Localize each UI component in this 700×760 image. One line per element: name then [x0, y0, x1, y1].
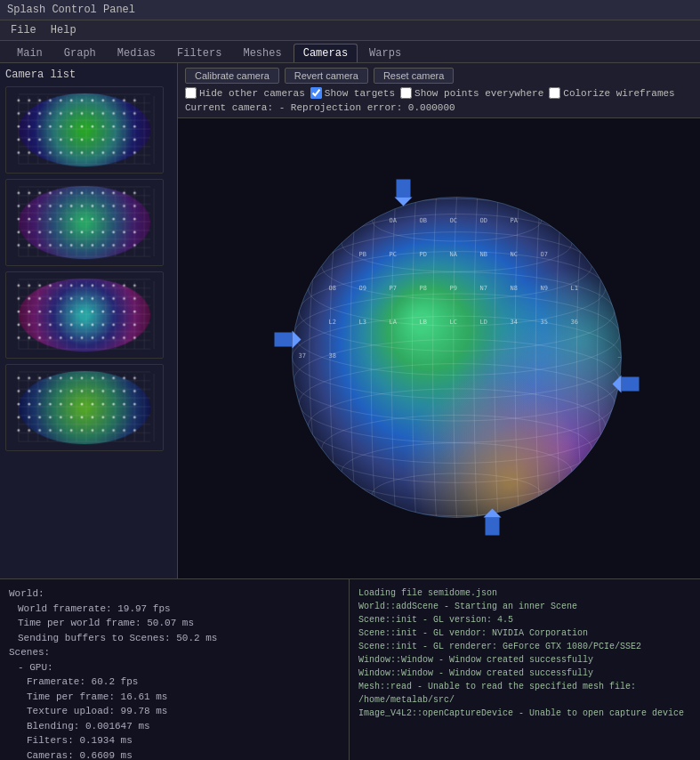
blending-stat: Blending: 0.001647 ms: [9, 719, 340, 734]
log-line-5: Window::Window - Window created successf…: [358, 653, 691, 667]
sending-buffers-stat: Sending buffers to Scenes: 50.2 ms: [9, 631, 340, 646]
colorize-wireframes-checkbox[interactable]: [549, 87, 560, 99]
gpu-label: - GPU:: [9, 660, 340, 675]
tab-filters[interactable]: Filters: [167, 44, 231, 62]
show-points-everywhere-text: Show points everywhere: [414, 88, 543, 99]
hide-other-cameras-text: Hide other cameras: [199, 88, 305, 99]
world-label: World:: [9, 586, 340, 602]
reset-camera-button[interactable]: Reset camera: [374, 68, 454, 84]
log-line-2: Scene::init - GL version: 4.5: [358, 613, 691, 627]
toolbar-row-3: Current camera: - Reprojection error: 0.…: [185, 102, 693, 113]
viewport-3d[interactable]: [178, 118, 700, 578]
calibrate-camera-button[interactable]: Calibrate camera: [185, 68, 279, 84]
log-line-0: Loading file semidome.json: [358, 586, 691, 600]
camera-preview-1: [6, 87, 163, 173]
app-title: Splash Control Panel: [7, 4, 135, 16]
gpu-framerate: Framerate: 60.2 fps: [9, 675, 340, 690]
camera-thumbnail-3[interactable]: [5, 271, 164, 359]
camera-preview-4: [6, 365, 163, 450]
current-camera-info: Current camera: - Reprojection error: 0.…: [185, 102, 455, 113]
log-line-1: World::addScene - Starting an inner Scen…: [358, 600, 691, 613]
log-line-8: Image_V4L2::openCaptureDevice - Unable t…: [358, 707, 691, 720]
toolbar: Calibrate camera Revert camera Reset cam…: [178, 63, 700, 118]
log-line-7: Mesh::read - Unable to read the specifie…: [358, 680, 691, 707]
show-targets-text: Show targets: [325, 88, 395, 99]
camera-thumbnail-4[interactable]: [5, 364, 164, 451]
time-per-frame-stat: Time per world frame: 50.07 ms: [9, 616, 340, 631]
title-bar: Splash Control Panel: [0, 0, 700, 20]
camera-list-title: Camera list: [5, 69, 172, 81]
tab-graph[interactable]: Graph: [54, 44, 106, 62]
show-targets-label[interactable]: Show targets: [310, 87, 395, 99]
log-line-6: Window::Window - Window created successf…: [358, 667, 691, 680]
camera-preview-2: [6, 180, 163, 265]
log-line-3: Scene::init - GL vendor: NVIDIA Corporat…: [358, 627, 691, 640]
gpu-time-per-frame: Time per frame: 16.61 ms: [9, 690, 340, 705]
scenes-label: Scenes:: [9, 645, 340, 660]
filters-stat: Filters: 0.1934 ms: [9, 733, 340, 748]
toolbar-row-1: Calibrate camera Revert camera Reset cam…: [185, 68, 693, 84]
main-content: Camera list Calibrate camera Revert came…: [0, 63, 700, 579]
framerate-stat: World framerate: 19.97 fps: [9, 602, 340, 617]
texture-upload: Texture upload: 99.78 ms: [9, 704, 340, 719]
show-points-everywhere-checkbox[interactable]: [400, 87, 412, 99]
colorize-wireframes-text: Colorize wireframes: [563, 88, 674, 99]
log-panel: Loading file semidome.json World::addSce…: [350, 579, 700, 760]
colorize-wireframes-label[interactable]: Colorize wireframes: [549, 87, 674, 99]
tab-bar: Main Graph Medias Filters Meshes Cameras…: [0, 41, 700, 63]
hide-other-cameras-label[interactable]: Hide other cameras: [185, 87, 305, 99]
menu-help[interactable]: Help: [45, 22, 82, 38]
show-points-everywhere-label[interactable]: Show points everywhere: [400, 87, 543, 99]
menu-file[interactable]: File: [5, 22, 42, 38]
camera-list-panel: Camera list: [0, 63, 178, 578]
show-targets-checkbox[interactable]: [310, 87, 322, 99]
tab-cameras[interactable]: Cameras: [294, 44, 358, 62]
menu-bar: File Help: [0, 20, 700, 41]
camera-thumbnail-1[interactable]: [5, 86, 164, 174]
tab-meshes[interactable]: Meshes: [233, 44, 291, 62]
camera-thumbnail-2[interactable]: [5, 179, 164, 266]
viewport-panel: Calibrate camera Revert camera Reset cam…: [178, 63, 700, 578]
tab-warps[interactable]: Warps: [359, 44, 411, 62]
log-line-4: Scene::init - GL renderer: GeForce GTX 1…: [358, 640, 691, 653]
tab-medias[interactable]: Medias: [108, 44, 165, 62]
bottom-area: World: World framerate: 19.97 fps Time p…: [0, 579, 700, 760]
sphere-canvas: [178, 118, 700, 578]
stats-panel: World: World framerate: 19.97 fps Time p…: [0, 579, 350, 760]
hide-other-cameras-checkbox[interactable]: [185, 87, 197, 99]
revert-camera-button[interactable]: Revert camera: [285, 68, 368, 84]
camera-preview-3: [6, 272, 163, 358]
toolbar-row-2: Hide other cameras Show targets Show poi…: [185, 87, 693, 99]
tab-main[interactable]: Main: [7, 44, 52, 62]
cameras-stat: Cameras: 0.6609 ms: [9, 748, 340, 761]
